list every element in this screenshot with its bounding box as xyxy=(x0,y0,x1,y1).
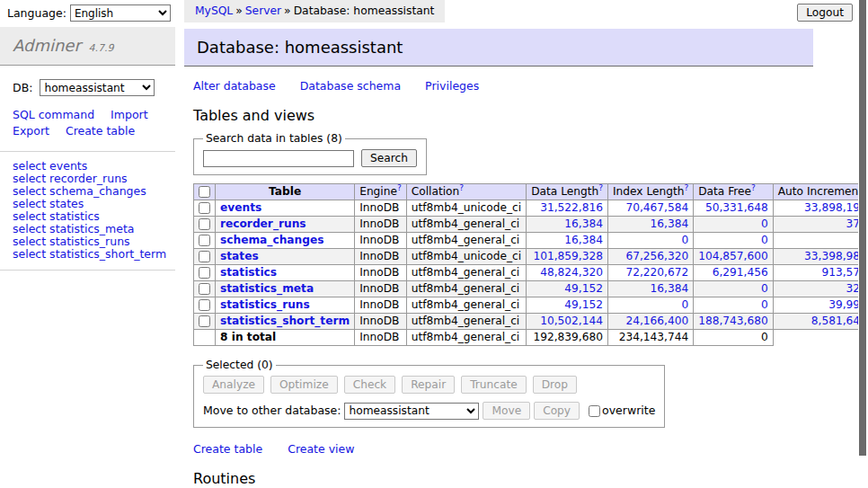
table-name-link[interactable]: statistics_meta xyxy=(220,282,314,295)
sidebar-item-sql-command[interactable]: SQL command xyxy=(13,108,94,121)
sidebar-item-import[interactable]: Import xyxy=(111,108,148,121)
overwrite-label[interactable]: overwrite xyxy=(589,404,655,417)
breadcrumb-separator: » xyxy=(235,4,243,17)
sidebar-item-select-statistics-runs[interactable]: select statistics_runs xyxy=(13,235,163,248)
sidebar-item-select-statistics[interactable]: select statistics xyxy=(13,210,163,223)
sidebar-item-select-schema-changes[interactable]: select schema_changes xyxy=(13,185,163,198)
data-free-link[interactable]: 104,857,600 xyxy=(698,250,768,262)
create-view-link[interactable]: Create view xyxy=(288,442,354,456)
breadcrumb-mysql-link[interactable]: MySQL xyxy=(195,4,233,17)
row-checkbox[interactable] xyxy=(199,267,210,279)
optimize-button[interactable]: Optimize xyxy=(270,376,338,394)
data-length-link[interactable]: 16,384 xyxy=(564,217,603,230)
row-checkbox-cell xyxy=(194,200,216,217)
data-length-link[interactable]: 16,384 xyxy=(564,234,603,246)
table-name-link[interactable]: recorder_runs xyxy=(220,217,306,230)
table-name-link[interactable]: statistics_short_term xyxy=(220,315,350,327)
truncate-button[interactable]: Truncate xyxy=(461,376,527,394)
search-button[interactable]: Search xyxy=(361,149,417,167)
collation-cell: utf8mb4_general_ci xyxy=(406,265,526,281)
row-checkbox-cell xyxy=(194,265,216,281)
index-length-link[interactable]: 0 xyxy=(681,298,688,311)
data-free-link[interactable]: 6,291,456 xyxy=(713,266,768,279)
language-select[interactable]: English xyxy=(70,4,171,22)
drop-button[interactable]: Drop xyxy=(533,376,577,394)
row-checkbox[interactable] xyxy=(199,218,210,230)
overwrite-checkbox[interactable] xyxy=(589,405,600,417)
column-help-link[interactable]: ? xyxy=(751,183,756,192)
data-length-link[interactable]: 10,502,144 xyxy=(540,315,603,327)
copy-button[interactable]: Copy xyxy=(534,402,580,420)
sidebar-item-select-events[interactable]: select events xyxy=(13,160,163,173)
move-database-select[interactable]: homeassistant xyxy=(344,403,479,420)
sidebar-item-select-states[interactable]: select states xyxy=(13,198,163,210)
data-free-link[interactable]: 0 xyxy=(761,217,768,230)
data-free-link[interactable]: 50,331,648 xyxy=(705,201,768,214)
database-nav: Alter database Database schema Privilege… xyxy=(193,79,813,93)
total-data-length-cell: 192,839,680 xyxy=(527,330,608,346)
collation-cell: utf8mb4_unicode_ci xyxy=(406,249,526,265)
privileges-link[interactable]: Privileges xyxy=(425,79,479,93)
column-help-link[interactable]: ? xyxy=(684,183,688,192)
column-header-label: Collation xyxy=(412,185,460,198)
data-free-link[interactable]: 0 xyxy=(761,298,768,311)
data-free-link[interactable]: 0 xyxy=(761,234,768,246)
sidebar-item-select-recorder-runs[interactable]: select recorder_runs xyxy=(13,173,163,185)
column-help-link[interactable]: ? xyxy=(598,183,603,192)
index-length-link[interactable]: 67,256,320 xyxy=(625,250,688,262)
create-table-link[interactable]: Create table xyxy=(193,442,262,456)
move-database-row: Move to other database:homeassistantMove… xyxy=(203,402,655,420)
sidebar-item-export[interactable]: Export xyxy=(13,124,49,138)
index-length-link[interactable]: 72,220,672 xyxy=(625,266,688,279)
breadcrumb-server-link[interactable]: Server xyxy=(245,4,281,17)
table-name-link[interactable]: events xyxy=(220,201,261,214)
data-length-link[interactable]: 31,522,816 xyxy=(540,201,603,214)
table-name-link[interactable]: statistics_runs xyxy=(220,298,310,311)
sidebar-item-create-table[interactable]: Create table xyxy=(66,124,135,138)
db-label: DB: xyxy=(13,81,32,94)
logout-button[interactable]: Logout xyxy=(797,4,853,22)
row-checkbox[interactable] xyxy=(199,283,210,295)
total-engine-cell: InnoDB xyxy=(355,330,407,346)
row-checkbox[interactable] xyxy=(199,235,210,246)
data-length-link[interactable]: 49,152 xyxy=(564,298,603,311)
breadcrumb-separator: » xyxy=(284,4,291,17)
db-select[interactable]: homeassistant xyxy=(40,79,155,96)
table-name-link[interactable]: statistics xyxy=(220,266,277,279)
alter-database-link[interactable]: Alter database xyxy=(193,79,276,93)
move-button[interactable]: Move xyxy=(483,402,530,420)
table-name-link[interactable]: states xyxy=(220,250,259,262)
data-length-link[interactable]: 48,824,320 xyxy=(540,266,603,279)
check-button[interactable]: Check xyxy=(344,376,396,394)
data-length-link[interactable]: 101,859,328 xyxy=(533,250,603,262)
column-header-label: Index Length xyxy=(613,185,684,198)
row-checkbox[interactable] xyxy=(199,299,210,311)
column-header-label: Engine xyxy=(359,185,397,198)
column-header-data-free: Data Free? xyxy=(694,184,774,200)
analyze-button[interactable]: Analyze xyxy=(203,376,264,394)
row-checkbox[interactable] xyxy=(199,251,210,262)
index-length-link[interactable]: 70,467,584 xyxy=(625,201,688,214)
vertical-scrollbar-thumb[interactable] xyxy=(859,0,866,456)
index-length-link[interactable]: 16,384 xyxy=(651,217,689,230)
column-header-engine: Engine? xyxy=(355,184,407,200)
index-length-link[interactable]: 24,166,400 xyxy=(625,315,688,327)
search-input[interactable] xyxy=(203,150,354,167)
search-fieldset: Search data in tables (8) Search xyxy=(193,132,427,175)
data-free-link[interactable]: 0 xyxy=(761,282,768,295)
index-length-link[interactable]: 16,384 xyxy=(651,282,689,295)
data-free-link[interactable]: 188,743,680 xyxy=(698,315,768,327)
database-schema-link[interactable]: Database schema xyxy=(300,79,401,93)
sidebar-item-select-statistics-meta[interactable]: select statistics_meta xyxy=(13,223,163,235)
row-checkbox[interactable] xyxy=(199,315,210,327)
row-checkbox[interactable] xyxy=(199,202,210,214)
data-length-link[interactable]: 49,152 xyxy=(564,282,603,295)
table-name-link[interactable]: schema_changes xyxy=(220,234,323,246)
select-all-checkbox[interactable] xyxy=(199,186,210,198)
column-help-link[interactable]: ? xyxy=(459,183,464,192)
column-header-label: Table xyxy=(269,185,301,198)
repair-button[interactable]: Repair xyxy=(402,376,455,394)
index-length-link[interactable]: 0 xyxy=(681,234,688,246)
column-help-link[interactable]: ? xyxy=(397,183,402,192)
sidebar-item-select-statistics-short-term[interactable]: select statistics_short_term xyxy=(13,248,163,261)
